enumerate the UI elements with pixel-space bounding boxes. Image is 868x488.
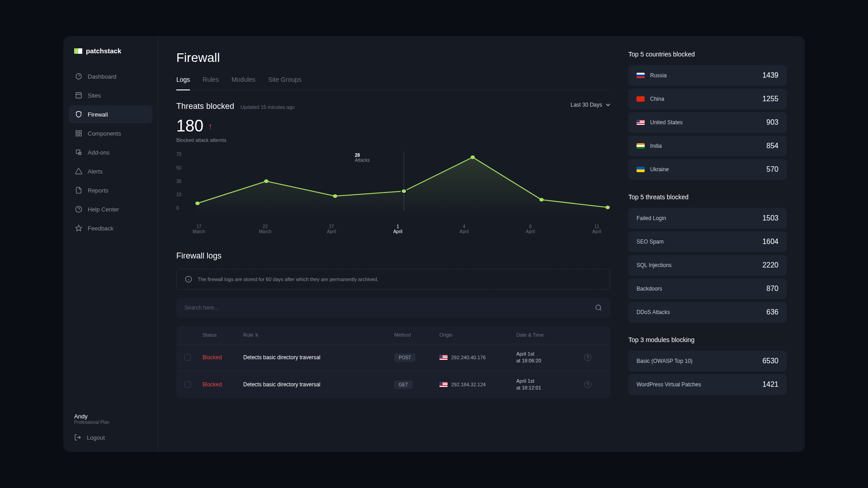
sidebar-item-addons[interactable]: Add-ons <box>69 143 152 161</box>
trend-up-icon: ↑ <box>208 121 212 131</box>
search-input[interactable] <box>184 305 595 311</box>
logout-label: Logout <box>87 434 105 441</box>
addon-icon <box>75 149 82 156</box>
svg-point-12 <box>195 202 199 205</box>
svg-point-17 <box>539 198 543 202</box>
help-icon <box>75 206 82 213</box>
flag-us-icon <box>439 355 448 360</box>
sidebar-item-alerts[interactable]: Alerts <box>69 162 152 180</box>
alert-icon <box>75 168 82 175</box>
sidebar-item-feedback[interactable]: Feedback <box>69 219 152 237</box>
logo-text: patchstack <box>86 47 121 55</box>
col-rule[interactable]: Rule⇅ <box>243 332 394 338</box>
flag-ru-icon <box>637 73 645 78</box>
page-title: Firewall <box>176 51 610 65</box>
flag-us-icon <box>637 120 645 125</box>
updated-label: Updated 15 minutes ago <box>241 104 295 110</box>
col-date[interactable]: Date & Time <box>516 332 584 338</box>
row-help-icon[interactable]: ? <box>584 381 591 388</box>
info-banner-text: The firewall logs are stored for 60 days… <box>198 277 378 282</box>
countries-title: Top 5 countries blocked <box>628 51 787 58</box>
svg-point-14 <box>333 194 337 198</box>
origin-cell: 292.240.40.176 <box>439 355 516 360</box>
sidebar-item-help[interactable]: Help Center <box>69 200 152 218</box>
flag-in-icon <box>637 143 645 149</box>
sidebar-item-label: Reports <box>88 187 108 194</box>
chart-tooltip: 28 Attacks <box>355 153 370 163</box>
status-badge: Blocked <box>203 354 243 361</box>
svg-point-22 <box>596 305 601 310</box>
svg-rect-4 <box>76 134 78 136</box>
logout-button[interactable]: Logout <box>74 434 147 441</box>
tab-rules[interactable]: Rules <box>203 76 219 90</box>
datetime-cell: April 1stat 18:12:01 <box>516 378 584 392</box>
table-row[interactable]: Blocked Detects basic directory traversa… <box>176 371 610 398</box>
tab-logs[interactable]: Logs <box>176 76 190 90</box>
right-panel: Top 5 countries blocked Russia1439 China… <box>628 51 787 437</box>
country-row[interactable]: Ukraine570 <box>628 159 787 180</box>
svg-point-16 <box>471 155 475 159</box>
date-range-label: Last 30 Days <box>571 102 602 108</box>
country-row[interactable]: Russia1439 <box>628 65 787 86</box>
sidebar-item-label: Add-ons <box>88 149 109 156</box>
sidebar-item-label: Alerts <box>88 168 103 175</box>
country-row[interactable]: United States903 <box>628 112 787 133</box>
chart-svg <box>176 152 610 220</box>
tab-sitegroups[interactable]: Site Groups <box>268 76 302 90</box>
sidebar-item-firewall[interactable]: Firewall <box>69 105 152 123</box>
tab-modules[interactable]: Modules <box>231 76 255 90</box>
threat-row[interactable]: Backdoors870 <box>628 278 787 299</box>
search-icon[interactable] <box>595 304 602 311</box>
svg-rect-6 <box>76 150 80 154</box>
module-row[interactable]: Basic (OWASP Top 10)6530 <box>628 351 787 371</box>
sidebar: patchstack Dashboard Sites Firewall Comp… <box>63 36 158 452</box>
sidebar-item-label: Help Center <box>88 206 119 213</box>
sidebar-item-sites[interactable]: Sites <box>69 86 152 104</box>
row-checkbox[interactable] <box>184 381 191 388</box>
col-method[interactable]: Method <box>394 332 439 338</box>
sidebar-item-reports[interactable]: Reports <box>69 181 152 199</box>
logs-title: Firewall logs <box>176 251 610 261</box>
flag-ua-icon <box>637 167 645 172</box>
svg-point-13 <box>264 179 268 183</box>
threat-row[interactable]: SEO Spam1604 <box>628 231 787 252</box>
status-badge: Blocked <box>203 381 243 388</box>
date-range-dropdown[interactable]: Last 30 Days <box>571 102 610 108</box>
sidebar-item-label: Sites <box>88 92 101 99</box>
chevron-down-icon <box>606 103 610 106</box>
user-name: Andy <box>74 413 147 420</box>
tabs: Logs Rules Modules Site Groups <box>176 76 610 91</box>
sidebar-item-components[interactable]: Components <box>69 124 152 142</box>
search-box[interactable] <box>176 298 610 318</box>
method-badge: POST <box>394 353 415 362</box>
logout-icon <box>74 434 81 441</box>
file-icon <box>75 187 82 194</box>
sidebar-item-dashboard[interactable]: Dashboard <box>69 67 152 85</box>
origin-cell: 292.184.32.124 <box>439 382 516 387</box>
threat-row[interactable]: DDoS Attacks636 <box>628 302 787 323</box>
modules-title: Top 3 modules blocking <box>628 336 787 343</box>
row-checkbox[interactable] <box>184 354 191 361</box>
info-banner: The firewall logs are stored for 60 days… <box>176 269 610 290</box>
country-row[interactable]: India854 <box>628 136 787 156</box>
threat-row[interactable]: Failed Login1503 <box>628 208 787 229</box>
flag-us-icon <box>439 382 448 387</box>
method-badge: GET <box>394 380 413 389</box>
threat-row[interactable]: SQL Injections2220 <box>628 255 787 276</box>
country-row[interactable]: China1255 <box>628 89 787 109</box>
sidebar-item-label: Feedback <box>88 225 113 232</box>
grid-icon <box>75 92 82 99</box>
col-status[interactable]: Status <box>203 332 243 338</box>
threats-chart: 70 50 30 10 0 <box>176 152 610 233</box>
user-block[interactable]: Andy Professional Plan <box>74 413 147 425</box>
logo[interactable]: patchstack <box>63 47 158 67</box>
y-axis-labels: 70 50 30 10 0 <box>176 152 181 211</box>
module-row[interactable]: WordPress Virtual Patches1421 <box>628 374 787 395</box>
sort-icon: ⇅ <box>255 333 259 338</box>
svg-point-15 <box>401 189 407 193</box>
col-origin[interactable]: Origin <box>439 332 516 338</box>
rule-text: Detects basic directory traversal <box>243 354 394 361</box>
x-axis-labels: 17March 22March 27April 1April 4April 8A… <box>176 224 610 234</box>
table-row[interactable]: Blocked Detects basic directory traversa… <box>176 344 610 371</box>
row-help-icon[interactable]: ? <box>584 354 591 361</box>
